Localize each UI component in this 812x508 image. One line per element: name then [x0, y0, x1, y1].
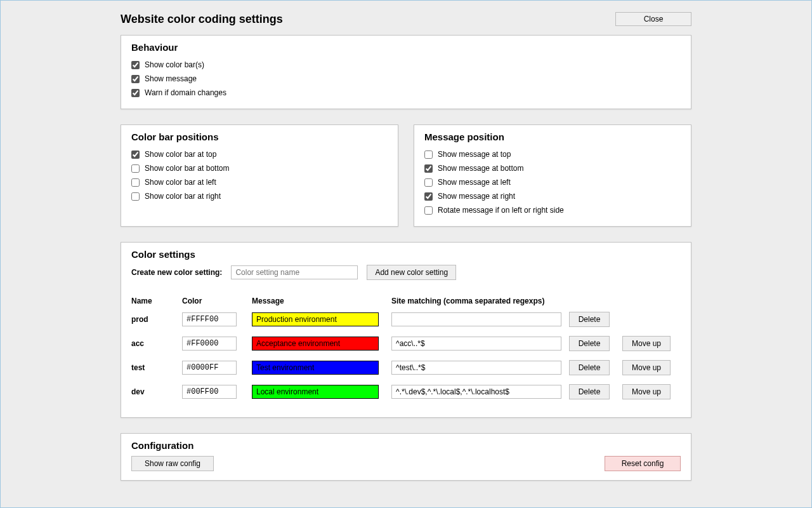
row-moveup-button[interactable]: Move up — [622, 384, 671, 399]
behaviour-item-2[interactable]: Warn if domain changes — [131, 86, 681, 100]
page-title: Website color coding settings — [121, 13, 283, 26]
row-delete-button[interactable]: Delete — [569, 360, 610, 375]
message-position-checkbox-2[interactable] — [424, 178, 433, 187]
message-position-item-2[interactable]: Show message at left — [424, 175, 681, 189]
bar-position-item-0[interactable]: Show color bar at top — [131, 147, 388, 161]
row-message-input[interactable] — [252, 361, 379, 375]
behaviour-checkbox-2[interactable] — [131, 89, 140, 97]
bar-position-item-2[interactable]: Show color bar at left — [131, 175, 388, 189]
bar-position-label-0: Show color bar at top — [145, 150, 216, 159]
row-moveup-button[interactable]: Move up — [622, 360, 671, 375]
bar-positions-panel: Color bar positions Show color bar at to… — [121, 124, 398, 227]
behaviour-panel: Behaviour Show color bar(s)Show messageW… — [121, 35, 691, 109]
message-position-label-4: Rotate message if on left or right side — [438, 206, 564, 215]
row-color-input[interactable] — [182, 337, 237, 351]
col-message: Message — [252, 297, 391, 305]
row-site-input[interactable] — [391, 361, 561, 375]
reset-config-button[interactable]: Reset config — [605, 456, 681, 471]
behaviour-label-2: Warn if domain changes — [145, 88, 226, 97]
bar-position-checkbox-0[interactable] — [131, 150, 140, 159]
message-position-checkbox-0[interactable] — [424, 150, 433, 159]
bar-position-label-2: Show color bar at left — [145, 178, 216, 187]
row-name: test — [131, 363, 182, 372]
col-name: Name — [131, 297, 182, 305]
color-settings-panel: Color settings Create new color setting:… — [121, 242, 691, 418]
message-position-checkbox-1[interactable] — [424, 164, 433, 173]
row-message-input[interactable] — [252, 385, 379, 399]
create-label: Create new color setting: — [131, 268, 222, 277]
message-position-item-1[interactable]: Show message at bottom — [424, 161, 681, 175]
row-name: acc — [131, 339, 182, 348]
message-position-title: Message position — [424, 131, 681, 142]
row-color-input[interactable] — [182, 385, 237, 399]
row-message-input[interactable] — [252, 312, 379, 326]
message-position-item-3[interactable]: Show message at right — [424, 189, 681, 203]
col-color: Color — [182, 297, 252, 305]
create-name-input[interactable] — [231, 265, 358, 279]
row-name: prod — [131, 315, 182, 324]
behaviour-item-0[interactable]: Show color bar(s) — [131, 58, 681, 72]
row-site-input[interactable] — [391, 385, 561, 399]
row-site-input[interactable] — [391, 312, 561, 326]
color-row-test: testDeleteMove up — [131, 360, 681, 375]
row-moveup-button[interactable]: Move up — [622, 336, 671, 351]
configuration-panel: Configuration Show raw config Reset conf… — [121, 433, 691, 481]
color-row-acc: accDeleteMove up — [131, 336, 681, 351]
color-settings-title: Color settings — [131, 249, 681, 260]
row-color-input[interactable] — [182, 312, 237, 326]
behaviour-label-0: Show color bar(s) — [145, 60, 204, 69]
col-site: Site matching (comma separated regexps) — [391, 297, 569, 305]
behaviour-checkbox-1[interactable] — [131, 75, 140, 83]
message-position-label-2: Show message at left — [438, 178, 511, 187]
color-row-prod: prodDelete — [131, 312, 681, 327]
row-delete-button[interactable]: Delete — [569, 336, 610, 351]
configuration-title: Configuration — [131, 440, 681, 451]
bar-position-label-1: Show color bar at bottom — [145, 164, 229, 173]
bar-position-checkbox-1[interactable] — [131, 164, 140, 173]
behaviour-title: Behaviour — [131, 42, 681, 53]
bar-position-item-1[interactable]: Show color bar at bottom — [131, 161, 388, 175]
close-button[interactable]: Close — [615, 12, 691, 26]
message-position-item-0[interactable]: Show message at top — [424, 147, 681, 161]
row-delete-button[interactable]: Delete — [569, 312, 610, 327]
behaviour-label-1: Show message — [145, 74, 197, 83]
bar-positions-title: Color bar positions — [131, 131, 388, 142]
behaviour-item-1[interactable]: Show message — [131, 72, 681, 86]
add-color-setting-button[interactable]: Add new color setting — [367, 265, 456, 280]
message-position-label-1: Show message at bottom — [438, 164, 523, 173]
bar-position-checkbox-3[interactable] — [131, 192, 140, 201]
bar-position-label-3: Show color bar at right — [145, 192, 221, 201]
show-raw-config-button[interactable]: Show raw config — [131, 456, 214, 471]
message-position-checkbox-3[interactable] — [424, 192, 433, 201]
row-site-input[interactable] — [391, 337, 561, 351]
row-name: dev — [131, 387, 182, 396]
row-color-input[interactable] — [182, 361, 237, 375]
color-row-dev: devDeleteMove up — [131, 384, 681, 399]
message-position-panel: Message position Show message at topShow… — [414, 124, 691, 227]
message-position-label-3: Show message at right — [438, 192, 515, 201]
bar-position-item-3[interactable]: Show color bar at right — [131, 189, 388, 203]
message-position-label-0: Show message at top — [438, 150, 511, 159]
message-position-checkbox-4[interactable] — [424, 206, 433, 215]
bar-position-checkbox-2[interactable] — [131, 178, 140, 187]
row-message-input[interactable] — [252, 337, 379, 351]
message-position-item-4[interactable]: Rotate message if on left or right side — [424, 203, 681, 217]
behaviour-checkbox-0[interactable] — [131, 61, 140, 69]
row-delete-button[interactable]: Delete — [569, 384, 610, 399]
